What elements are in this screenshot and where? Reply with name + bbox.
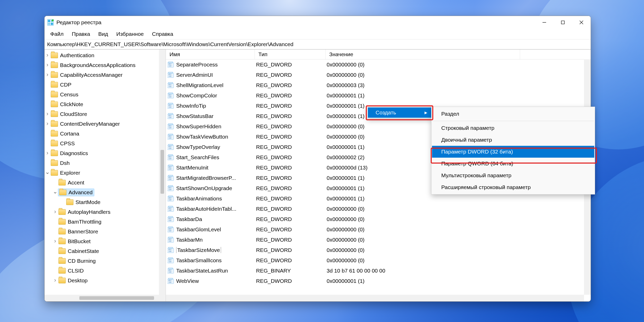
- tree-expander-icon[interactable]: [52, 210, 58, 214]
- list-horizontal-scrollbar[interactable]: [166, 295, 584, 301]
- tree-item[interactable]: StartMode: [45, 197, 166, 207]
- close-button[interactable]: [572, 16, 591, 29]
- svg-rect-1: [48, 20, 50, 22]
- list-header[interactable]: Имя Тип Значение: [166, 49, 591, 60]
- tree-expander-icon[interactable]: [52, 278, 58, 283]
- value-name: StartShownOnUpgrade: [175, 185, 252, 191]
- col-name[interactable]: Имя: [166, 49, 255, 59]
- folder-icon: [51, 141, 58, 146]
- folder-icon: [58, 239, 66, 244]
- tree-expander-icon[interactable]: [45, 53, 50, 58]
- tree-label: Diagnostics: [60, 150, 88, 156]
- tree-item[interactable]: ClickNote: [45, 99, 166, 109]
- list-row[interactable]: 011110TaskbarGlomLevelREG_DWORD0x0000000…: [166, 224, 591, 235]
- tree-item[interactable]: Accent: [45, 178, 166, 188]
- tree-item[interactable]: Census: [45, 90, 166, 99]
- menu-edit[interactable]: Правка: [68, 30, 94, 38]
- tree-expander-icon[interactable]: [45, 151, 50, 156]
- tree-expander-icon[interactable]: [45, 73, 50, 77]
- list-row[interactable]: 011110TaskbarSmallIconsREG_DWORD0x000000…: [166, 255, 591, 266]
- tree-expander-icon[interactable]: [52, 190, 58, 195]
- col-spacer: [520, 49, 591, 59]
- svg-rect-114: [168, 268, 173, 269]
- tree-label: AutoplayHandlers: [68, 209, 111, 215]
- tree-item[interactable]: Explorer: [45, 168, 166, 178]
- tree-item[interactable]: Cortana: [45, 129, 166, 139]
- ctx-item[interactable]: Двоичный параметр: [432, 134, 594, 146]
- scroll-thumb[interactable]: [79, 296, 154, 300]
- value-name: ShowCompColor: [175, 92, 252, 99]
- tree-label: BannerStore: [68, 228, 98, 235]
- list-row[interactable]: 011110TaskbarStateLastRunREG_BINARY3d 10…: [166, 266, 591, 276]
- folder-icon: [51, 53, 58, 58]
- svg-text:110: 110: [168, 96, 171, 98]
- list-row[interactable]: 011110WebViewREG_DWORD0x00000001 (1): [166, 276, 591, 286]
- svg-text:011: 011: [168, 104, 171, 106]
- minimize-button[interactable]: [535, 16, 554, 29]
- tree-item[interactable]: CapabilityAccessManager: [45, 70, 166, 80]
- list-row[interactable]: 011110TaskbarAnimationsREG_DWORD0x000000…: [166, 193, 591, 204]
- tree-item[interactable]: BitBucket: [45, 236, 166, 246]
- ctx-item[interactable]: Раздел: [432, 108, 594, 120]
- tree-item[interactable]: BannerStore: [45, 227, 166, 236]
- list-row[interactable]: 011110TaskbarSizeMoveREG_DWORD0x00000000…: [166, 245, 591, 255]
- scroll-thumb[interactable]: [160, 150, 164, 194]
- tree-item[interactable]: BamThrottling: [45, 217, 166, 227]
- list-row[interactable]: 011110ServerAdminUIREG_DWORD0x00000000 (…: [166, 70, 591, 80]
- tree-item[interactable]: CD Burning: [45, 256, 166, 266]
- tree-item[interactable]: BackgroundAccessApplications: [45, 60, 166, 70]
- tree-expander-icon[interactable]: [52, 239, 58, 244]
- tree-horizontal-scrollbar[interactable]: [45, 295, 166, 301]
- menu-favs[interactable]: Избранное: [112, 30, 148, 38]
- reg-value-icon: 011110: [167, 103, 175, 109]
- col-type[interactable]: Тип: [255, 49, 326, 59]
- tree-expander-icon[interactable]: [45, 171, 50, 175]
- ctx-item[interactable]: Параметр QWORD (64 бита): [432, 158, 594, 170]
- tree-item[interactable]: ContentDeliveryManager: [45, 119, 166, 129]
- tree-item[interactable]: CabinetState: [45, 246, 166, 256]
- tree-vertical-scrollbar[interactable]: [159, 49, 166, 295]
- tree-item[interactable]: Authentication: [45, 50, 166, 60]
- address-path: Компьютер\HKEY_CURRENT_USER\Software\Mic…: [47, 41, 293, 47]
- titlebar[interactable]: Редактор реестра: [45, 16, 591, 29]
- maximize-button[interactable]: [554, 16, 572, 29]
- tree-item[interactable]: CDP: [45, 80, 166, 90]
- list-row[interactable]: 011110TaskbarMnREG_DWORD0x00000000 (0): [166, 235, 591, 245]
- tree-expander-icon[interactable]: [45, 63, 50, 67]
- svg-text:011: 011: [168, 238, 171, 240]
- ctx-item[interactable]: Расширяемый строковый параметр: [432, 181, 594, 193]
- tree-item[interactable]: Advanced: [45, 188, 166, 197]
- tree-item[interactable]: Dsh: [45, 158, 166, 168]
- tree-item[interactable]: CLSID: [45, 266, 166, 276]
- list-row[interactable]: 011110ShowCompColorREG_DWORD0x00000001 (…: [166, 90, 591, 101]
- address-bar[interactable]: Компьютер\HKEY_CURRENT_USER\Software\Mic…: [45, 39, 591, 49]
- tree-item[interactable]: AutoplayHandlers: [45, 207, 166, 217]
- reg-value-icon: 011110: [167, 226, 175, 233]
- tree-expander-icon[interactable]: [45, 122, 50, 126]
- menu-view[interactable]: Вид: [94, 30, 112, 38]
- folder-icon: [59, 190, 66, 195]
- tree-item[interactable]: CloudStore: [45, 109, 166, 119]
- col-value[interactable]: Значение: [326, 49, 520, 59]
- reg-value-icon: 011110: [167, 123, 175, 130]
- tree-item[interactable]: Diagnostics: [45, 148, 166, 158]
- value-type: REG_DWORD: [252, 72, 323, 78]
- menu-file[interactable]: Файл: [46, 30, 68, 38]
- list-row[interactable]: 011110TaskbarAutoHideInTabl...REG_DWORD0…: [166, 204, 591, 214]
- folder-icon: [51, 101, 58, 107]
- ctx-item[interactable]: Мультистроковый параметр: [432, 170, 594, 181]
- tree-item[interactable]: CPSS: [45, 139, 166, 148]
- folder-icon: [58, 278, 66, 283]
- ctx-item[interactable]: Параметр DWORD (32 бита): [432, 146, 594, 158]
- list-row[interactable]: 011110ShellMigrationLevelREG_DWORD0x0000…: [166, 80, 591, 90]
- ctx-item[interactable]: Строковый параметр: [432, 122, 594, 134]
- tree-expander-icon[interactable]: [45, 112, 50, 116]
- ctx-item-create[interactable]: Создать▶: [368, 107, 431, 118]
- svg-rect-19: [168, 72, 173, 73]
- list-row[interactable]: 011110SeparateProcessREG_DWORD0x00000000…: [166, 60, 591, 70]
- value-name: ShowSuperHidden: [175, 123, 252, 130]
- menu-help[interactable]: Справка: [148, 30, 177, 38]
- value-name: TaskbarDa: [175, 216, 252, 222]
- tree-item[interactable]: Desktop: [45, 276, 166, 285]
- list-row[interactable]: 011110TaskbarDaREG_DWORD0x00000000 (0): [166, 214, 591, 224]
